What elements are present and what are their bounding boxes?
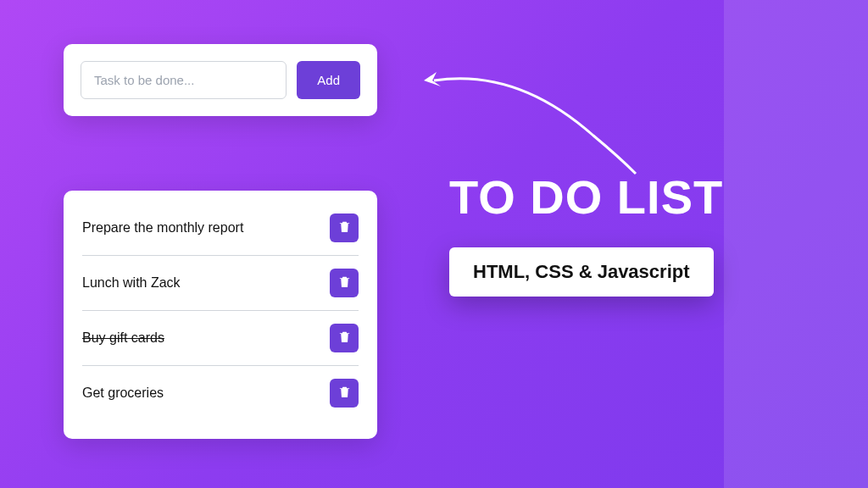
- trash-icon: [337, 219, 352, 236]
- trash-icon: [337, 274, 352, 291]
- task-row: Prepare the monthly report: [82, 201, 359, 256]
- trash-icon: [337, 330, 352, 347]
- task-row: Get groceries: [82, 366, 359, 420]
- hero-subtitle: HTML, CSS & Javascript: [473, 261, 690, 283]
- delete-button[interactable]: [330, 324, 359, 352]
- task-row: Buy gift cards: [82, 311, 359, 366]
- arrow-icon: [407, 59, 661, 178]
- delete-button[interactable]: [330, 269, 359, 297]
- hero-title: TO DO LIST: [449, 169, 723, 225]
- task-text[interactable]: Prepare the monthly report: [82, 220, 243, 236]
- task-input[interactable]: [81, 61, 287, 99]
- task-text[interactable]: Buy gift cards: [82, 330, 164, 346]
- delete-button[interactable]: [330, 379, 359, 408]
- input-card: Add: [64, 44, 377, 116]
- right-accent-panel: [724, 0, 868, 488]
- task-row: Lunch with Zack: [82, 256, 359, 311]
- add-button[interactable]: Add: [297, 61, 360, 99]
- delete-button[interactable]: [330, 214, 359, 242]
- task-text[interactable]: Lunch with Zack: [82, 275, 181, 291]
- hero-subtitle-box: HTML, CSS & Javascript: [449, 247, 714, 297]
- task-text[interactable]: Get groceries: [82, 385, 164, 401]
- trash-icon: [337, 385, 352, 402]
- task-list-card: Prepare the monthly report Lunch with Za…: [64, 191, 377, 439]
